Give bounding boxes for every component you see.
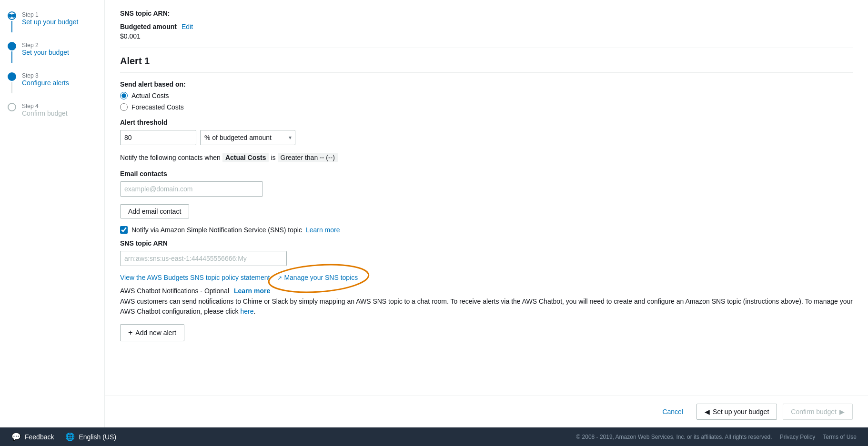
- step-4-name: Confirm budget: [22, 109, 68, 117]
- external-link-icon: ↗: [277, 275, 282, 281]
- alert-threshold-row: % of budgeted amount Absolute value: [120, 130, 853, 145]
- sidebar-step-1: Step 1 Set up your budget: [8, 11, 97, 32]
- chatbot-section: AWS Chatbot Notifications - Optional Lea…: [120, 287, 853, 317]
- notify-is: is: [271, 154, 275, 161]
- view-sns-policy-link[interactable]: View the AWS Budgets SNS topic policy st…: [120, 274, 270, 281]
- feedback-button[interactable]: 💬 Feedback: [11, 432, 54, 441]
- chatbot-title-bold: AWS Chatbot Notifications: [120, 287, 198, 295]
- sns-checkbox-row: Notify via Amazon Simple Notification Se…: [120, 226, 853, 234]
- step-2-name: Set your budget: [22, 49, 69, 56]
- budgeted-amount-row: Budgeted amount Edit: [120, 23, 853, 30]
- alert-divider: [120, 48, 853, 48]
- alert-threshold-group: Alert threshold % of budgeted amount Abs…: [120, 119, 853, 145]
- sns-learn-more-link[interactable]: Learn more: [306, 226, 340, 234]
- feedback-chat-icon: 💬: [11, 432, 21, 441]
- step-2-indicator: [8, 42, 16, 63]
- threshold-dropdown[interactable]: % of budgeted amount Absolute value: [200, 130, 295, 145]
- email-contacts-group: Email contacts: [120, 170, 853, 197]
- content-scroll: SNS topic ARN: Budgeted amount Edit $0.0…: [105, 0, 868, 396]
- back-button[interactable]: ◀ Set up your budget: [696, 404, 777, 420]
- step-3-label: Step 3 Configure alerts: [22, 72, 69, 87]
- email-contacts-label: Email contacts: [120, 170, 853, 178]
- sns-links-row: View the AWS Budgets SNS topic policy st…: [120, 274, 853, 281]
- add-alert-label: Add new alert: [135, 329, 176, 337]
- notify-prefix: Notify the following contacts when: [120, 154, 221, 161]
- radio-actual-costs[interactable]: Actual Costs: [120, 92, 853, 99]
- chatbot-period: .: [253, 307, 255, 315]
- radio-group: Actual Costs Forecasted Costs: [120, 92, 853, 111]
- step-1-number: Step 1: [22, 11, 78, 18]
- sidebar-step-2: Step 2 Set your budget: [8, 42, 97, 63]
- radio-actual-input[interactable]: [120, 92, 128, 99]
- sidebar-step-4: Step 4 Confirm budget: [8, 103, 97, 117]
- chatbot-learn-more-link[interactable]: Learn more: [234, 287, 270, 295]
- copyright-text: © 2008 - 2019, Amazon Web Services, Inc.…: [576, 434, 772, 440]
- confirm-chevron-icon: ▶: [839, 408, 845, 416]
- step-3-number: Step 3: [22, 72, 69, 79]
- sns-checkbox-label: Notify via Amazon Simple Notification Se…: [131, 226, 302, 234]
- confirm-budget-label: Confirm budget: [791, 408, 837, 416]
- add-new-alert-button[interactable]: + Add new alert: [120, 324, 184, 341]
- budget-value: $0.001: [120, 32, 853, 40]
- add-email-button-label: Add email contact: [128, 208, 181, 215]
- add-email-button[interactable]: Add email contact: [120, 204, 189, 218]
- back-button-label: Set up your budget: [713, 408, 769, 416]
- feedback-label: Feedback: [25, 433, 54, 441]
- step-3-line: [11, 82, 12, 93]
- bottom-right: © 2008 - 2019, Amazon Web Services, Inc.…: [576, 434, 857, 440]
- terms-of-use-link[interactable]: Terms of Use: [823, 434, 857, 440]
- chatbot-description: AWS customers can send notifications to …: [120, 297, 853, 317]
- edit-link[interactable]: Edit: [182, 23, 193, 30]
- step-4-label: Step 4 Confirm budget: [22, 103, 68, 117]
- chatbot-optional: - Optional: [198, 287, 229, 295]
- sidebar: Step 1 Set up your budget Step 2 Set you…: [0, 0, 105, 427]
- email-input[interactable]: [120, 181, 263, 197]
- privacy-policy-link[interactable]: Privacy Policy: [780, 434, 816, 440]
- step-4-number: Step 4: [22, 103, 68, 109]
- notify-actual-costs: Actual Costs: [222, 153, 269, 162]
- step-3-circle: [8, 72, 16, 81]
- step-2-circle: [8, 42, 16, 50]
- add-email-btn-row: Add email contact: [120, 204, 853, 218]
- add-alert-row: + Add new alert: [120, 324, 853, 341]
- notify-text: Notify the following contacts when Actua…: [120, 153, 853, 162]
- step-4-circle: [8, 103, 16, 111]
- add-alert-plus-icon: +: [128, 328, 132, 337]
- step-3-indicator: [8, 72, 16, 93]
- cancel-button[interactable]: Cancel: [655, 404, 691, 419]
- step-1-label: Step 1 Set up your budget: [22, 11, 78, 26]
- threshold-dropdown-wrapper: % of budgeted amount Absolute value: [200, 130, 295, 145]
- alert-threshold-label: Alert threshold: [120, 119, 853, 126]
- notify-condition: Greater than -- (--): [278, 153, 338, 162]
- sns-arn-input[interactable]: [120, 251, 287, 266]
- send-alert-label: Send alert based on:: [120, 80, 853, 88]
- step-2-number: Step 2: [22, 42, 69, 49]
- sns-arn-label: SNS topic ARN: [120, 239, 853, 247]
- step-2-label: Step 2 Set your budget: [22, 42, 69, 56]
- radio-forecasted-label: Forecasted Costs: [131, 103, 184, 111]
- confirm-budget-button[interactable]: Confirm budget ▶: [783, 404, 853, 420]
- main-area: Step 1 Set up your budget Step 2 Set you…: [0, 0, 868, 427]
- sns-topic-arn-header-label: SNS topic ARN:: [120, 10, 170, 17]
- step-1-circle: [8, 11, 16, 20]
- send-alert-group: Send alert based on: Actual Costs Foreca…: [120, 80, 853, 111]
- step-1-indicator: [8, 11, 16, 32]
- radio-forecasted-costs[interactable]: Forecasted Costs: [120, 103, 853, 111]
- step-1-line: [11, 21, 12, 32]
- radio-forecasted-input[interactable]: [120, 103, 128, 111]
- sns-checkbox[interactable]: [120, 226, 128, 234]
- chatbot-desc-text: AWS customers can send notifications to …: [120, 297, 853, 315]
- sidebar-step-3: Step 3 Configure alerts: [8, 72, 97, 93]
- bottom-bar: 💬 Feedback 🌐 English (US) © 2008 - 2019,…: [0, 427, 868, 446]
- manage-sns-topics-link[interactable]: ↗Manage your SNS topics: [277, 274, 358, 281]
- step-1-name: Set up your budget: [22, 18, 78, 26]
- threshold-input[interactable]: [120, 130, 196, 145]
- chatbot-title: AWS Chatbot Notifications - Optional Lea…: [120, 287, 853, 295]
- step-2-line: [11, 51, 12, 63]
- sns-arn-group: SNS topic ARN: [120, 239, 853, 266]
- step-3-name: Configure alerts: [22, 79, 69, 87]
- chatbot-here-link[interactable]: here: [240, 307, 253, 315]
- language-button[interactable]: 🌐 English (US): [65, 432, 116, 441]
- back-chevron-icon: ◀: [705, 408, 710, 416]
- bottom-left: 💬 Feedback 🌐 English (US): [11, 432, 116, 441]
